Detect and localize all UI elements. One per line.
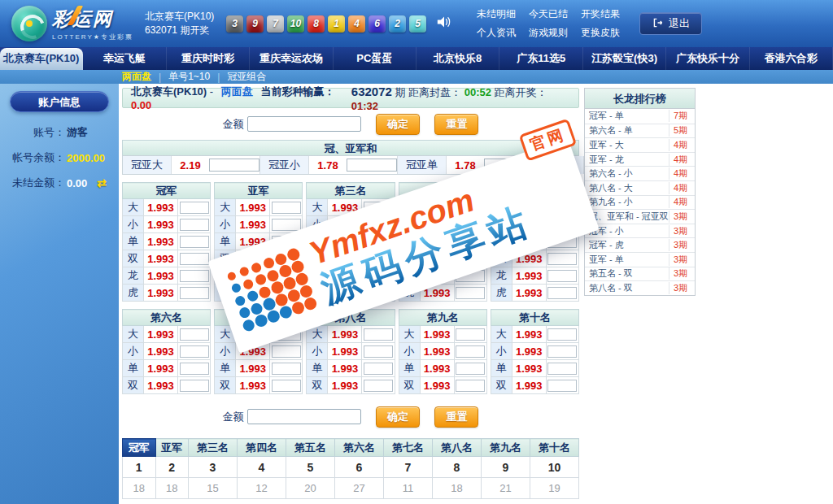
bet-input[interactable]: [180, 236, 209, 248]
stats-column-tab[interactable]: 第八名: [433, 439, 482, 457]
bet-input[interactable]: [547, 328, 577, 341]
subnav-item[interactable]: 两面盘: [122, 70, 151, 84]
nav-tab[interactable]: 广东快乐十分: [666, 47, 749, 70]
header-link[interactable]: 个人资讯: [477, 26, 516, 40]
bet-input[interactable]: [456, 363, 485, 375]
nav-tab[interactable]: 香港六合彩: [750, 47, 833, 70]
bet-input[interactable]: [272, 202, 301, 214]
bet-input[interactable]: [547, 380, 577, 392]
bet-input[interactable]: [547, 287, 577, 299]
result-ball: 6: [369, 15, 386, 33]
ranking-row: 第八名 - 双3期: [585, 280, 695, 295]
refresh-icon[interactable]: ⇄: [97, 176, 107, 189]
bet-input[interactable]: [347, 159, 397, 172]
header-link[interactable]: 今天已结: [529, 7, 568, 21]
bet-input[interactable]: [180, 219, 209, 231]
nav-tab[interactable]: 重庆时时彩: [167, 47, 250, 70]
account-info-button[interactable]: 账户信息: [10, 91, 109, 112]
logo-swirl-icon: [11, 6, 47, 41]
stats-column-tab[interactable]: 亚军: [155, 439, 189, 457]
stats-column-tab[interactable]: 第四名: [238, 439, 286, 457]
sum-section-title: 冠、亚军和: [122, 140, 579, 155]
reset-button[interactable]: 重置: [434, 406, 478, 428]
stats-number-cell: 1: [123, 457, 156, 478]
bet-type-label: 虎: [123, 285, 144, 302]
header-link[interactable]: 开奖结果: [581, 7, 620, 21]
bet-input[interactable]: [456, 345, 485, 358]
bet-input[interactable]: [180, 270, 209, 282]
bet-input-cell: [546, 285, 578, 302]
sum-bet-label: 冠亚大: [123, 156, 172, 174]
bet-input[interactable]: [456, 287, 485, 299]
dash: -: [210, 85, 213, 98]
bet-input[interactable]: [364, 363, 393, 375]
bet-input[interactable]: [272, 345, 301, 358]
nav-tab[interactable]: 北京快乐8: [416, 47, 499, 70]
logout-button[interactable]: 退出: [639, 12, 702, 35]
bet-input[interactable]: [180, 287, 209, 299]
bet-input[interactable]: [180, 363, 209, 375]
header-link[interactable]: 更换皮肤: [581, 26, 620, 40]
position-column-header-row: 亚军: [215, 183, 303, 199]
bet-input[interactable]: [456, 380, 485, 392]
bet-input[interactable]: [180, 253, 209, 265]
bet-input[interactable]: [180, 380, 209, 392]
bet-input[interactable]: [180, 328, 209, 341]
result-ball: 2: [389, 15, 406, 33]
stats-column-tab[interactable]: 冠军: [123, 439, 156, 457]
header-link-row: 个人资讯游戏规则更换皮肤: [477, 26, 620, 40]
ranking-row-count: 4期: [669, 167, 695, 180]
stats-column-tab[interactable]: 第十名: [530, 439, 579, 457]
bet-odds: 1.993: [144, 285, 178, 302]
amount-input[interactable]: [247, 116, 361, 132]
site-logo[interactable]: 彩运网 LOTTERY★专业彩票: [0, 6, 145, 41]
bet-input[interactable]: [547, 270, 577, 282]
stats-number-cell: 5: [286, 457, 335, 478]
bet-input[interactable]: [364, 328, 393, 341]
stats-column-tab[interactable]: 第七名: [384, 439, 433, 457]
bet-input[interactable]: [272, 380, 301, 392]
bet-row: 双1.993: [307, 377, 395, 394]
nav-tab[interactable]: 幸运飞艇: [83, 47, 166, 70]
bet-row: 双1.993: [491, 377, 578, 394]
ranking-row-count: 4期: [669, 154, 695, 166]
sum-bet-odds: 2.19: [172, 156, 209, 174]
bet-input[interactable]: [364, 380, 393, 392]
bet-input[interactable]: [547, 363, 577, 375]
speaker-icon[interactable]: [436, 15, 452, 33]
header-link[interactable]: 游戏规则: [529, 26, 568, 40]
reset-button[interactable]: 重置: [434, 114, 478, 135]
nav-tab[interactable]: 重庆幸运农场: [250, 47, 333, 70]
round-info-right: 632072 期 距离封盘： 00:52 距离开奖： 01:32: [351, 85, 570, 112]
bet-input[interactable]: [547, 253, 577, 265]
nav-tab[interactable]: PC蛋蛋: [334, 47, 416, 70]
stats-column-tab[interactable]: 第九名: [482, 439, 530, 457]
stats-column-tab[interactable]: 第六名: [335, 439, 384, 457]
subnav-item[interactable]: 单号1~10: [168, 70, 210, 84]
bet-input[interactable]: [547, 345, 577, 358]
mode-link[interactable]: 两面盘: [221, 85, 253, 98]
stats-column-tab[interactable]: 第三名: [189, 439, 238, 457]
bet-input[interactable]: [180, 202, 209, 214]
subnav-item[interactable]: 冠亚组合: [227, 70, 266, 84]
amount-input[interactable]: [247, 409, 361, 424]
result-ball: 3: [226, 15, 243, 33]
bet-input[interactable]: [180, 345, 209, 358]
bet-type-label: 小: [491, 343, 512, 360]
bet-input[interactable]: [456, 328, 485, 341]
bet-input[interactable]: [209, 159, 259, 172]
stats-column-tab[interactable]: 第五名: [286, 439, 335, 457]
watermark-dot: [230, 283, 242, 294]
nav-tab[interactable]: 北京赛车(PK10): [0, 48, 83, 70]
confirm-button[interactable]: 确定: [376, 114, 420, 135]
nav-tab[interactable]: 江苏骰宝(快3): [583, 47, 666, 70]
bet-input-cell: [454, 285, 486, 302]
confirm-button[interactable]: 确定: [376, 406, 420, 428]
header-link[interactable]: 未结明细: [477, 7, 516, 21]
bet-input[interactable]: [364, 345, 393, 358]
watermark-dot: [238, 306, 251, 320]
result-ball: 10: [287, 15, 304, 33]
bet-input[interactable]: [272, 363, 301, 375]
bet-input[interactable]: [272, 219, 301, 231]
nav-tab[interactable]: 广东11选5: [499, 47, 582, 70]
